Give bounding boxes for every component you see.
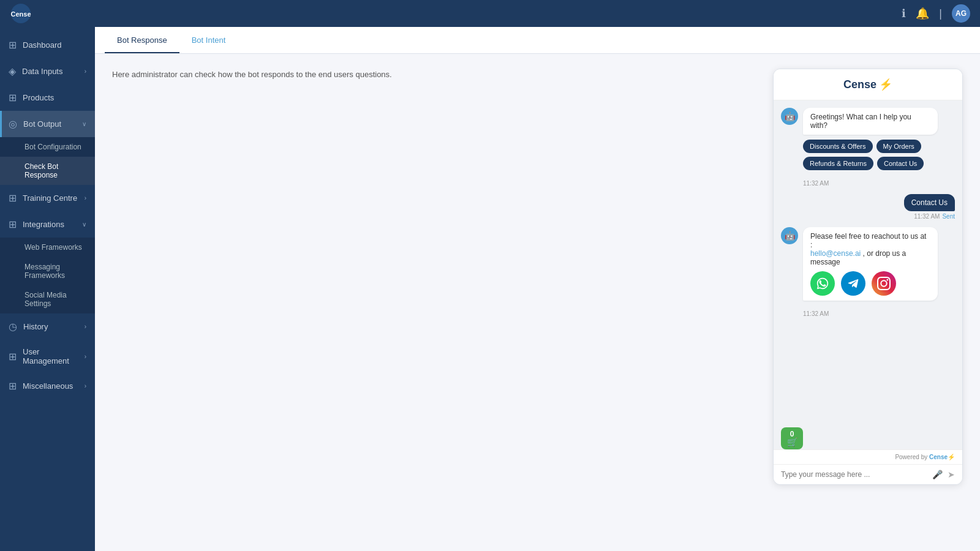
bot-reply-text: Please feel free to reachout to us at : … [803,227,938,301]
header: Cense ℹ 🔔 | AG [0,0,980,27]
sidebar-item-bot-output[interactable]: ◎ Bot Output ∨ [0,111,95,137]
user-timestamp: 11:32 AM Sent [914,213,955,220]
quick-reply-buttons: Discounts & Offers My Orders Refunds & R… [803,140,955,170]
content-body: Here administrator can check how the bot… [95,54,980,551]
sidebar-label-products: Products [23,93,86,102]
chevron-down-icon: ∨ [82,121,86,127]
bot-avatar-2: 🤖 [781,227,798,244]
bot-greeting-message: 🤖 Greetings! What can I help you with? D… [781,108,955,170]
chat-messages: 🤖 Greetings! What can I help you with? D… [774,100,962,422]
user-bubble: Contact Us [904,194,955,211]
tab-bot-intent[interactable]: Bot Intent [179,27,238,53]
header-divider: | [939,7,942,20]
chat-logo-dot: ⚡ [879,78,892,91]
telegram-icon[interactable] [841,271,865,296]
sidebar-item-history[interactable]: ◷ History › [0,313,95,340]
microphone-icon[interactable]: 🎤 [932,470,943,479]
chevron-down-icon-2: ∨ [82,221,86,228]
whatsapp-icon[interactable] [810,271,835,296]
reply-email[interactable]: hello@cense.ai [810,249,861,258]
btn-my-orders[interactable]: My Orders [876,140,921,153]
cart-area: 0 🛒 [774,422,962,449]
sidebar: ⊞ Dashboard ◈ Data Inputs › ⊞ Products ◎… [0,27,95,551]
bell-icon[interactable]: 🔔 [916,7,929,20]
sidebar-item-social-media[interactable]: Social Media Settings [0,285,95,313]
tabs-bar: Bot Response Bot Intent [95,27,980,54]
sent-label: Sent [942,213,955,220]
cart-badge[interactable]: 0 🛒 [781,427,803,449]
content-area: Bot Response Bot Intent Here administrat… [95,27,980,551]
chevron-right-icon-2: › [85,195,86,201]
sidebar-item-messaging-frameworks[interactable]: Messaging Frameworks [0,257,95,285]
bot-output-submenu: Bot Configuration Check Bot Response [0,137,95,185]
miscellaneous-icon: ⊞ [9,380,17,392]
integrations-icon: ⊞ [9,219,17,230]
dashboard-icon: ⊞ [9,39,17,51]
user-time: 11:32 AM [914,213,940,220]
integrations-submenu: Web Frameworks Messaging Frameworks Soci… [0,238,95,313]
header-logo: Cense [10,2,32,24]
bot-greeting-bubble: Greetings! What can I help you with? Dis… [803,108,955,170]
user-message: Contact Us 11:32 AM Sent [781,194,955,220]
cart-icon: 🛒 [787,438,797,446]
reply-text-1: Please feel free to reachout to us at : [810,232,926,249]
sidebar-label-user-management: User Management [23,347,78,365]
sidebar-item-bot-config[interactable]: Bot Configuration [0,137,95,157]
timestamp-2: 11:32 AM [781,310,955,317]
chat-input-bar: 🎤 ➤ [774,464,962,484]
btn-contact-us[interactable]: Contact Us [877,157,924,170]
sidebar-label-history: History [23,322,78,331]
bot-reply-message: 🤖 Please feel free to reachout to us at … [781,227,955,301]
chat-widget: Cense ⚡ 🤖 Greetings! What can I help you… [773,69,963,485]
main-layout: ⊞ Dashboard ◈ Data Inputs › ⊞ Products ◎… [0,27,980,551]
sidebar-item-data-inputs[interactable]: ◈ Data Inputs › [0,58,95,84]
greeting-text: Greetings! What can I help you with? [803,108,938,135]
btn-discounts-offers[interactable]: Discounts & Offers [803,140,873,153]
svg-text:Cense: Cense [10,10,31,18]
sidebar-item-integrations[interactable]: ⊞ Integrations ∨ [0,211,95,238]
training-icon: ⊞ [9,192,17,204]
sidebar-label-data-inputs: Data Inputs [22,67,78,76]
header-right: ℹ 🔔 | AG [902,4,970,23]
powered-by: Powered by Cense⚡ [774,449,962,464]
chat-logo: Cense ⚡ [843,78,892,91]
sidebar-label-integrations: Integrations [23,220,76,229]
sidebar-item-dashboard[interactable]: ⊞ Dashboard [0,32,95,58]
chevron-right-icon: › [85,68,86,75]
sidebar-item-products[interactable]: ⊞ Products [0,84,95,111]
sidebar-item-check-bot-response[interactable]: Check Bot Response [0,157,95,185]
chevron-right-icon-3: › [85,323,86,330]
btn-refunds-returns[interactable]: Refunds & Returns [803,157,873,170]
chat-input[interactable] [781,470,927,479]
chat-logo-text: Cense [843,78,876,91]
description-text: Here administrator can check how the bot… [112,69,758,81]
sidebar-item-web-frameworks[interactable]: Web Frameworks [0,238,95,257]
sidebar-label-bot-output: Bot Output [23,119,76,129]
bot-avatar: 🤖 [781,108,798,125]
powered-brand: Cense⚡ [929,454,955,460]
sidebar-label-miscellaneous: Miscellaneous [23,381,78,391]
logo-icon: Cense [10,2,32,24]
user-avatar[interactable]: AG [952,4,970,23]
chevron-right-icon-5: › [85,383,86,389]
products-icon: ⊞ [9,92,17,103]
sidebar-label-training-centre: Training Centre [23,193,78,203]
sidebar-item-miscellaneous[interactable]: ⊞ Miscellaneous › [0,373,95,399]
social-icons [810,271,930,296]
timestamp-1: 11:32 AM [781,180,955,187]
chat-widget-header: Cense ⚡ [774,69,962,100]
chevron-right-icon-4: › [85,353,86,360]
content-left: Here administrator can check how the bot… [112,69,758,536]
send-icon[interactable]: ➤ [948,470,955,479]
sidebar-label-dashboard: Dashboard [23,40,86,50]
history-icon: ◷ [9,321,17,332]
tab-bot-response[interactable]: Bot Response [105,27,179,53]
info-icon[interactable]: ℹ [902,7,906,20]
data-inputs-icon: ◈ [9,66,16,77]
powered-by-text: Powered by [895,454,927,460]
sidebar-item-training-centre[interactable]: ⊞ Training Centre › [0,185,95,211]
user-management-icon: ⊞ [9,351,17,362]
sidebar-item-user-management[interactable]: ⊞ User Management › [0,340,95,373]
bot-output-icon: ◎ [9,118,17,130]
instagram-icon[interactable] [872,271,896,296]
